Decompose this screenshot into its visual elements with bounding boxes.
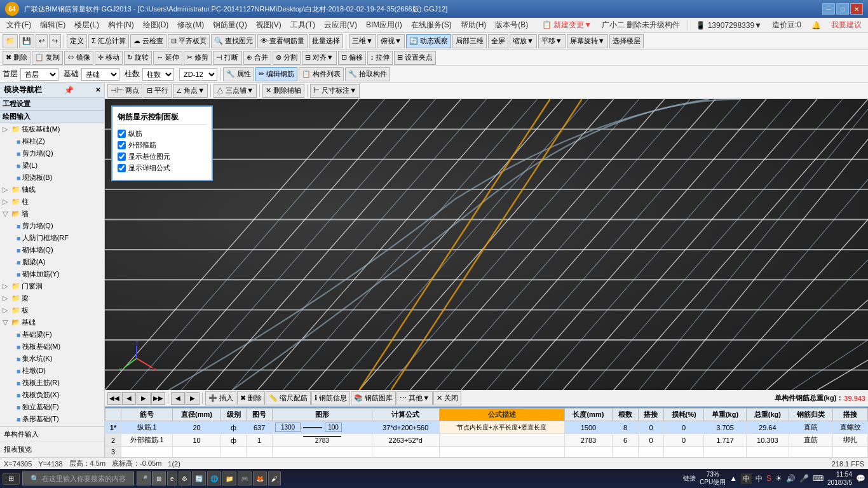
nav-prev2[interactable]: ◀ [171,392,185,405]
btn-undo[interactable]: ↩ [36,34,48,48]
nav-prev-prev[interactable]: ◀◀ [107,392,121,405]
btn-component-list[interactable]: 📋 构件列表 [299,67,344,81]
notification-icon[interactable]: ▲ [729,474,737,483]
btn-trim[interactable]: ✂ 修剪 [184,51,212,65]
menu-jiazhi-dou[interactable]: 造价豆:0 [768,18,805,32]
menu-modify[interactable]: 修改(M) [173,18,208,32]
maximize-button[interactable]: □ [836,3,849,15]
table-row-2[interactable]: 2 外部箍筋.1 10 ф 1 2783 2263+52*d 2783 [105,434,868,447]
menu-component[interactable]: 构件(N) [104,18,138,32]
taskbar-media[interactable]: 🦊 [253,471,267,485]
btn-batch-select[interactable]: 批量选择 [309,34,343,48]
sidebar-item-liang2[interactable]: ▷ 📁 梁 [0,292,104,304]
sidebar-item-tiaoxing-jichu[interactable]: ■ 条形基础(T) [0,413,104,425]
floor-select[interactable]: 首层 [20,68,58,81]
zd-select[interactable]: ZD-12 [179,68,217,81]
notification-center[interactable]: 💬 [856,474,865,483]
btn-angle-point[interactable]: ∠ 角点▼ [173,84,208,98]
menu-rebar-qty[interactable]: 钢筋量(Q) [209,18,250,32]
menu-draw[interactable]: 绘图(D) [139,18,173,32]
btn-flush-slab[interactable]: ⊟ 平齐板页 [168,34,210,48]
taskbar-gear[interactable]: ⚙ [179,471,191,485]
sound-icon[interactable]: 🔊 [786,474,796,483]
taskbar-apps[interactable]: ⊞ [152,471,166,485]
btn-offset[interactable]: ⊡ 偏移 [338,51,366,65]
taskbar-ie[interactable]: e [167,471,177,485]
btn-del-row[interactable]: ✖ 删除 [237,391,265,405]
mic-icon[interactable]: 🎤 [799,474,809,483]
nav-next[interactable]: ▶ [137,392,151,405]
btn-3d[interactable]: 三维▼ [349,34,376,48]
sidebar-item-xianjiao-ban[interactable]: ■ 现浇板(B) [0,172,104,184]
sidebar-section-settings[interactable]: 工程设置 [0,98,104,111]
btn-partial-3d[interactable]: 局部三维 [452,34,487,48]
weather-icon[interactable]: ☀ [775,474,782,483]
btn-copy[interactable]: 📋 复制 [32,51,63,65]
btn-split[interactable]: ⊗ 分割 [273,51,301,65]
btn-zoom[interactable]: 缩放▼ [510,34,537,48]
btn-save[interactable]: 💾 [19,34,34,48]
btn-cloud-check[interactable]: ☁ 云检查 [130,34,166,48]
sidebar-item-duli-jichu[interactable]: ■ 独立基础(F) [0,401,104,413]
sidebar-item-fasban-jichu[interactable]: ▷ 📁 筏板基础(M) [0,123,104,135]
sidebar-item-kuangzhu[interactable]: ■ 框柱(Z) [0,135,104,147]
taskbar-refresh[interactable]: 🔄 [192,471,206,485]
menu-tools[interactable]: 工具(T) [287,18,319,32]
taskbar-edge[interactable]: 🌐 [207,471,221,485]
btn-other[interactable]: ⋯ 其他▼ [397,391,433,405]
search-bar[interactable]: 🔍 在这里输入你要搜索的内容 [22,471,134,485]
btn-edit-rebar[interactable]: ✏ 编辑钢筋 [255,67,297,81]
menu-floor[interactable]: 楼层(L) [71,18,103,32]
menu-file[interactable]: 文件(F) [3,18,35,32]
btn-align[interactable]: ⊟ 对齐▼ [302,51,337,65]
menu-cloud[interactable]: 云应用(V) [320,18,361,32]
start-button[interactable]: ⊞ [3,473,20,485]
sidebar-item-qiang-expanded[interactable]: ▽ 📂 墙 [0,208,104,220]
sidebar-item-jianliuqiang[interactable]: ■ 剪力墙(Q) [0,147,104,159]
btn-delete[interactable]: ✖ 删除 [3,51,31,65]
btn-extend[interactable]: ↔ 延伸 [153,51,182,65]
nav-next-next[interactable]: ▶▶ [151,392,165,405]
sidebar-item-ban[interactable]: ▷ 📁 板 [0,304,104,316]
check-zong[interactable] [118,130,126,138]
viewport-3d[interactable]: 钢筋显示控制面板 纵筋 外部箍筋 显示基位图元 显示详细公式 [105,99,868,390]
btn-calc[interactable]: Σ 汇总计算 [88,34,129,48]
btn-break[interactable]: ⊣ 打断 [213,51,241,65]
menu-bim[interactable]: BIM应用(I) [362,18,406,32]
btn-rebar-lib[interactable]: 📚 钢筋图库 [351,391,396,405]
sidebar-item-zhudun[interactable]: ■ 柱墩(D) [0,365,104,377]
btn-insert[interactable]: ➕ 插入 [205,391,236,405]
table-row-1[interactable]: 1* 纵筋.1 20 ф 637 1300 100 37*d+200+ [105,421,868,434]
btn-stretch[interactable]: ↕ 拉伸 [367,51,393,65]
btn-properties[interactable]: 🔧 属性 [223,67,254,81]
menu-suggest[interactable]: 我要建议 [827,18,865,32]
taskbar-mic[interactable]: 🎤 [137,471,151,485]
sidebar-pin-icon[interactable]: 📌 [64,86,74,95]
btn-rotate[interactable]: 屏幕旋转▼ [567,34,608,48]
sidebar-item-qiang-shear[interactable]: ■ 剪力墙(Q) [0,220,104,232]
menu-help[interactable]: 帮助(H) [457,18,491,32]
table-row-3[interactable]: 3 [105,447,868,458]
sidebar-item-qiti-jiagu[interactable]: ■ 砌体加筋(Y) [0,268,104,280]
btn-find-element[interactable]: 🔍 查找图元 [211,34,256,48]
btn-merge[interactable]: ⊕ 合并 [243,51,271,65]
colcount-select[interactable]: 柱数 [142,68,174,81]
btn-three-point[interactable]: △ 三点辅▼ [214,84,257,98]
menu-new-change[interactable]: 📋 新建变更▼ [538,18,595,32]
btn-fullscreen[interactable]: 全屏 [488,34,508,48]
sidebar-item-fasban-fujin[interactable]: ■ 筏板负筋(X) [0,389,104,401]
btn-define[interactable]: 定义 [67,34,87,48]
sidebar-item-pengzi[interactable]: ■ 腮梁(A) [0,256,104,268]
taskbar-game[interactable]: 🎮 [238,471,252,485]
sidebar-item-qiang-fanghu[interactable]: ■ 人防门框墙(RF [0,232,104,244]
sidebar-section-draw[interactable]: 绘图输入 [0,111,104,123]
sidebar-item-fasban2[interactable]: ■ 筏板基础(M) [0,341,104,353]
menu-online[interactable]: 在线服务(S) [407,18,456,32]
check-outside[interactable] [118,141,126,149]
sidebar-item-jishui-keng[interactable]: ■ 集水坑(K) [0,353,104,365]
lang-indicator[interactable]: 中 [741,473,752,484]
menu-edit[interactable]: 编辑(E) [36,18,69,32]
btn-set-grip[interactable]: ⊞ 设置夹点 [394,51,436,65]
minimize-button[interactable]: ─ [822,3,835,15]
btn-view-rebar[interactable]: 👁 查看钢筋量 [257,34,308,48]
